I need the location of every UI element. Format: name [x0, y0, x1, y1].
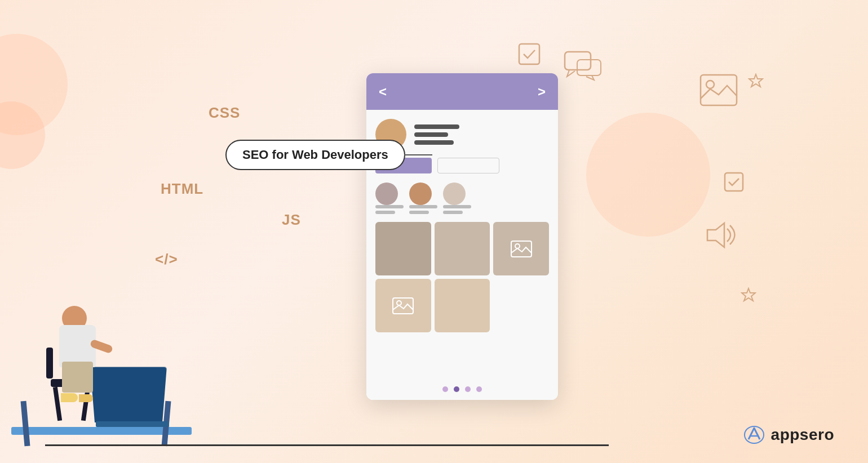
- svg-point-8: [706, 81, 714, 88]
- avatars-row: [375, 182, 549, 214]
- profile-line-2: [414, 132, 448, 137]
- laptop-base: [96, 421, 169, 427]
- profile-line-1: [414, 124, 459, 129]
- svg-rect-2: [393, 298, 413, 314]
- phone-mockup: < >: [366, 73, 558, 400]
- desk-leg-left: [21, 401, 30, 447]
- svg-rect-4: [519, 44, 539, 64]
- appsero-logo-icon: [743, 424, 765, 446]
- svg-rect-0: [511, 241, 532, 257]
- checkbox-right-icon: [724, 172, 744, 194]
- svg-rect-9: [725, 173, 743, 191]
- svg-rect-6: [577, 60, 601, 75]
- label-html: HTML: [161, 180, 203, 198]
- image-frame-icon: [699, 73, 738, 109]
- image-grid: [375, 222, 549, 332]
- grid-cell-5: [435, 279, 490, 332]
- person-shoes-left: [61, 393, 78, 402]
- btn-empty: [437, 158, 499, 173]
- dot-3: [465, 386, 471, 392]
- chat-bubbles-icon: [564, 51, 603, 84]
- person-shoes-right: [79, 394, 93, 402]
- grid-cell-1: [375, 222, 431, 275]
- person-torso: [59, 325, 96, 367]
- star-bottom-icon: [741, 287, 756, 305]
- pagination-dots: [442, 386, 482, 392]
- profile-line-3: [414, 140, 454, 145]
- bg-circle-right: [586, 113, 710, 237]
- avatar-3-lines: [443, 205, 471, 214]
- dot-4: [476, 386, 482, 392]
- svg-marker-11: [749, 74, 763, 87]
- label-js: JS: [282, 211, 301, 229]
- image-placeholder-icon-2: [392, 297, 414, 314]
- avatar-1-lines: [375, 205, 404, 214]
- avatar-2-lines: [409, 205, 437, 214]
- appsero-brand: appsero: [743, 424, 834, 446]
- dot-2: [454, 386, 459, 392]
- star-top-icon: [748, 73, 764, 91]
- phone-header: < >: [366, 73, 558, 110]
- chair-back: [46, 348, 53, 379]
- main-scene: CSS HTML JS </> SEO for Web Developers <…: [0, 0, 868, 463]
- seo-bubble-text: SEO for Web Developers: [242, 148, 388, 162]
- profile-lines: [414, 124, 459, 145]
- chair-leg-1: [53, 387, 62, 421]
- ground-line: [45, 444, 609, 446]
- nav-right-arrow: >: [538, 84, 546, 100]
- avatar-2: [409, 182, 432, 205]
- dot-1: [442, 386, 448, 392]
- seo-tooltip-bubble: SEO for Web Developers: [225, 140, 405, 170]
- laptop-screen: [90, 367, 167, 422]
- svg-marker-12: [742, 288, 755, 301]
- label-css: CSS: [209, 104, 240, 122]
- avatar-3: [443, 182, 466, 205]
- checkbox-top-icon: [517, 42, 541, 68]
- grid-cell-2: [435, 222, 490, 275]
- avatar-1: [375, 182, 398, 205]
- person-legs: [62, 362, 93, 393]
- speaker-icon: [705, 220, 741, 253]
- appsero-label: appsero: [771, 426, 834, 444]
- grid-cell-3: [493, 222, 549, 275]
- label-tag: </>: [155, 251, 178, 268]
- image-placeholder-icon-1: [511, 241, 532, 257]
- nav-left-arrow: <: [379, 84, 387, 100]
- svg-marker-10: [707, 223, 724, 247]
- grid-cell-4: [375, 279, 431, 332]
